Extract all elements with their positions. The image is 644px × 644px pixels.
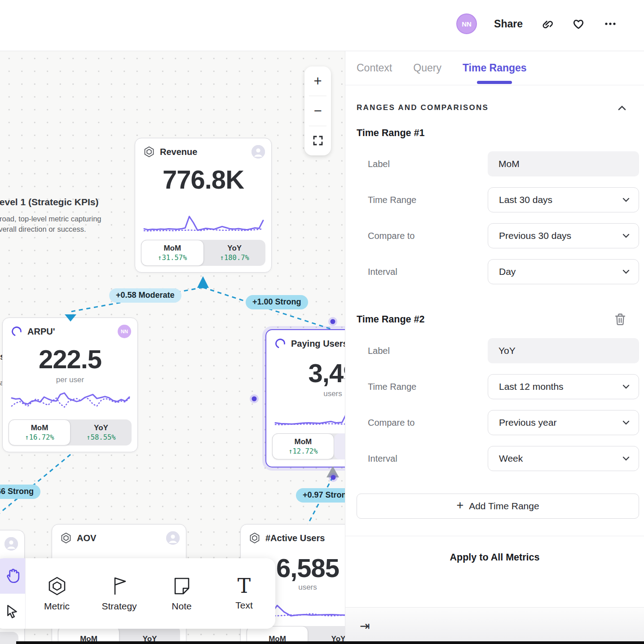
share-button[interactable]: Share <box>494 18 523 30</box>
metric-title: Paying Users' <box>291 339 345 349</box>
metric-hexagon-icon <box>46 575 68 597</box>
correlation-badge[interactable]: 66 Strong <box>0 485 40 499</box>
canvas-annotation-body: Broad, top-level metric capturing overal… <box>0 214 110 234</box>
owner-avatar-icon[interactable] <box>251 145 265 159</box>
metric-title: Revenue <box>160 147 247 157</box>
time-range-select[interactable]: Last 30 days <box>488 187 639 212</box>
owner-avatar-icon[interactable] <box>4 537 18 551</box>
correlation-badge[interactable]: +1.00 Strong <box>246 295 308 309</box>
collaborator-badge[interactable]: NN <box>118 325 131 338</box>
label-input[interactable]: YoY <box>488 338 639 363</box>
metric-tree-canvas[interactable]: Level 1 (Strategic KPIs) Broad, top-leve… <box>0 51 345 644</box>
cursor-icon <box>4 604 20 619</box>
metric-unit: per user <box>3 375 137 384</box>
loading-spinner-icon <box>11 326 22 337</box>
metric-card-revenue[interactable]: Revenue 776.8K MoM ↑31.57% YoY ↑180.7% <box>135 138 272 273</box>
delete-time-range-icon[interactable] <box>614 313 626 326</box>
time-range-2-title: Time Range #2 <box>357 314 424 325</box>
time-range-field-label: Time Range <box>368 195 416 205</box>
correlation-badge[interactable]: +0.58 Moderate <box>109 288 181 303</box>
toggle-mom[interactable]: MoM ↑31.57% <box>141 240 204 266</box>
toggle-yoy[interactable] <box>334 433 345 459</box>
settings-panel: Context Query Time Ranges RANGES AND COM… <box>345 51 644 644</box>
collapse-section-chevron-icon[interactable] <box>618 106 626 110</box>
apply-to-all-metrics-button[interactable]: Apply to All Metrics <box>345 536 644 578</box>
timerange-toggle: MoM ↑31.57% YoY ↑180.7% <box>141 240 265 266</box>
hand-tool-button[interactable] <box>0 558 25 594</box>
time-range-field-label: Time Range <box>368 382 416 392</box>
chevron-down-icon <box>622 234 630 238</box>
metric-hexagon-icon <box>143 146 155 158</box>
top-header: NN Share <box>0 0 644 51</box>
hand-icon <box>4 567 21 584</box>
bottom-edge-bar <box>16 641 644 644</box>
canvas-annotation-title: Level 1 (Strategic KPIs) <box>0 197 119 207</box>
timerange-toggle: MoM ↑16.72% YoY ↑58.55% <box>9 419 132 446</box>
user-avatar[interactable]: NN <box>456 13 477 34</box>
app-window: NN Share <box>0 0 644 644</box>
compare-to-select[interactable]: Previous 30 days <box>488 223 639 248</box>
time-range-1-title: Time Range #1 <box>357 128 424 139</box>
metric-unit: users <box>266 389 345 398</box>
zoom-out-button[interactable]: − <box>304 96 331 125</box>
metric-value: 3,49 <box>266 358 345 388</box>
add-text-button[interactable]: T Text <box>213 558 275 629</box>
timerange-toggle: MoM ↑12.72% <box>272 433 345 459</box>
loading-spinner-icon <box>274 338 286 349</box>
collapse-panel-icon[interactable]: ⇥ <box>360 619 370 633</box>
metric-title: #Active Users <box>265 533 345 543</box>
owner-avatar-icon[interactable] <box>166 531 180 545</box>
toggle-mom[interactable]: MoM ↑16.72% <box>9 419 71 446</box>
time-range-select[interactable]: Last 12 months <box>488 374 639 399</box>
chevron-down-icon <box>622 384 630 389</box>
chevron-down-icon <box>622 456 630 461</box>
interval-select[interactable]: Day <box>488 259 639 284</box>
interval-select[interactable]: Week <box>488 446 639 471</box>
canvas-toolbar: Metric Strategy Note T Text <box>0 558 275 629</box>
chevron-down-icon <box>622 269 630 274</box>
timerange-toggle <box>0 632 18 644</box>
add-strategy-button[interactable]: Strategy <box>88 558 150 629</box>
metric-value: 776.8K <box>135 164 271 194</box>
chevron-down-icon <box>622 420 630 425</box>
section-title: RANGES AND COMPARISONS <box>357 103 489 112</box>
tab-query[interactable]: Query <box>413 51 441 85</box>
label-input[interactable]: MoM <box>488 151 639 176</box>
favorite-heart-icon[interactable] <box>571 17 586 31</box>
add-time-range-button[interactable]: + Add Time Range <box>357 494 639 519</box>
fullscreen-button[interactable] <box>304 126 331 155</box>
correlation-badge[interactable]: +0.97 Strong <box>296 488 345 503</box>
plus-icon: + <box>456 498 463 512</box>
metric-card-paying-users[interactable]: Paying Users' 3,49 users MoM ↑12.72% <box>265 329 345 468</box>
compare-to-field-label: Compare to <box>368 231 415 241</box>
zoom-controls: + − <box>304 66 331 155</box>
flag-icon <box>109 575 130 597</box>
label-field-label: Label <box>368 346 390 356</box>
sparkline-chart <box>11 386 130 415</box>
metric-hexagon-icon <box>60 532 72 544</box>
tab-time-ranges[interactable]: Time Ranges <box>463 51 527 85</box>
text-icon: T <box>238 576 251 596</box>
compare-to-select[interactable]: Previous year <box>488 410 639 435</box>
label-field-label: Label <box>368 159 390 169</box>
panel-footer: ⇥ <box>345 607 644 644</box>
tab-context[interactable]: Context <box>357 51 392 85</box>
chevron-down-icon <box>622 198 630 202</box>
metric-title: AOV <box>77 533 161 543</box>
metric-title: ARPU' <box>27 326 113 337</box>
add-metric-button[interactable]: Metric <box>26 558 88 629</box>
note-icon <box>171 575 193 597</box>
copy-link-icon[interactable] <box>540 17 554 31</box>
toggle-mom[interactable]: MoM ↑12.72% <box>272 433 334 459</box>
sparkline-chart <box>143 208 264 235</box>
compare-to-field-label: Compare to <box>368 418 415 428</box>
select-tool-button[interactable] <box>0 594 25 629</box>
interval-field-label: Interval <box>368 267 397 277</box>
zoom-in-button[interactable]: + <box>304 66 331 96</box>
toggle-yoy[interactable]: YoY ↑180.7% <box>204 240 266 266</box>
sparkline-chart <box>274 402 345 429</box>
more-options-icon[interactable] <box>603 17 618 31</box>
metric-card-arpu[interactable]: ARPU' NN 222.5 per user MoM ↑16.72% YoY … <box>2 318 138 452</box>
toggle-yoy[interactable]: YoY ↑58.55% <box>71 419 132 446</box>
add-note-button[interactable]: Note <box>150 558 213 629</box>
